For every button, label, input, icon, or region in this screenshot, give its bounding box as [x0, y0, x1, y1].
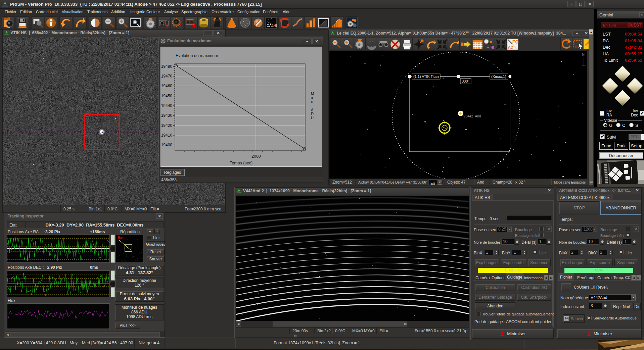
svg-text:19440: 19440: [161, 103, 173, 108]
svg-text:19480: 19480: [161, 64, 173, 69]
svg-text:AZ: AZ: [508, 45, 513, 50]
svg-text:19470: 19470: [161, 74, 173, 79]
svg-text:(Xmax,1): (Xmax,1): [491, 74, 506, 79]
svg-text:Evolution du maximum: Evolution du maximum: [176, 53, 218, 58]
svg-text:Temps (sec): Temps (sec): [230, 161, 252, 165]
svg-text:(1,1) ATIK Titan: (1,1) ATIK Titan: [413, 74, 439, 79]
svg-text:x: x: [311, 100, 313, 104]
svg-text:V0442_And: V0442_And: [463, 114, 481, 118]
svg-text:1: 1: [165, 23, 168, 29]
svg-text:19460: 19460: [161, 84, 173, 88]
svg-text:M: M: [311, 92, 314, 96]
svg-text:EQ: EQ: [512, 40, 518, 44]
svg-text:a: a: [311, 96, 313, 100]
svg-text:A: A: [311, 108, 314, 112]
svg-text:CALIB: CALIB: [267, 23, 277, 28]
svg-text:U: U: [311, 116, 314, 120]
svg-text:2000: 2000: [251, 154, 261, 159]
svg-text:19420: 19420: [161, 123, 173, 128]
svg-text:3: 3: [192, 23, 195, 29]
svg-text:2: 2: [178, 23, 181, 29]
svg-text:D: D: [311, 112, 314, 116]
svg-text:N: N: [582, 52, 585, 56]
svg-text:19410: 19410: [161, 133, 173, 138]
svg-text:Bar.: Bar.: [118, 236, 125, 240]
svg-text:19430: 19430: [161, 113, 173, 118]
svg-text:000°: 000°: [462, 79, 469, 83]
svg-text:19400: 19400: [161, 143, 173, 147]
svg-text:19450: 19450: [161, 94, 173, 98]
